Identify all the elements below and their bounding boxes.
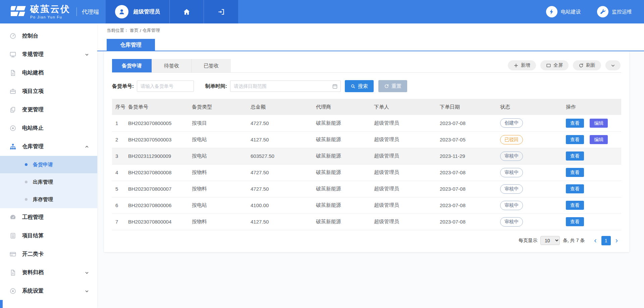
view-button[interactable]: 查看 — [566, 184, 584, 193]
submenu-item-label: 备货申请 — [33, 162, 53, 168]
reset-button[interactable]: 重置 — [378, 80, 407, 92]
page-tab-bar: 仓库管理 — [97, 38, 644, 51]
breadcrumb-separator: / — [140, 28, 141, 33]
cell-order-no: BH2023112900009 — [127, 148, 191, 164]
cell-orderer: 超级管理员 — [373, 115, 438, 131]
add-button[interactable]: 新增 — [508, 60, 536, 70]
breadcrumb-home[interactable]: 首页 — [130, 27, 139, 34]
wrench-icon — [597, 6, 608, 17]
cell-type: 按物料 — [191, 213, 249, 230]
content-area: 备货申请 待签收 已签收 新增 全屏 — [97, 51, 644, 308]
logout-button[interactable] — [204, 0, 238, 23]
cell-type: 按物料 — [191, 164, 249, 181]
view-button[interactable]: 查看 — [566, 151, 584, 161]
sidebar-item-project-settlement[interactable]: 项目结算 — [0, 227, 97, 245]
avatar — [115, 5, 128, 18]
cell-agent: 破茧新能源 — [315, 115, 373, 131]
cell-type: 按物料 — [191, 181, 249, 197]
search-button-label: 搜索 — [358, 83, 368, 89]
status-badge: 审核中 — [500, 217, 523, 227]
per-page-select[interactable]: 10 — [540, 236, 560, 245]
main-area: 当前位置： 首页 / 仓库管理 仓库管理 备货申请 待签收 已签收 — [97, 23, 644, 308]
submenu-item-label: 出库管理 — [33, 179, 53, 185]
cell-agent: 破茧新能源 — [315, 131, 373, 148]
chevron-down-icon — [610, 63, 615, 68]
cell-date: 2023-07-08 — [438, 115, 499, 131]
gauge-icon — [9, 33, 16, 40]
sidebar-item-change-mgmt[interactable]: 变更管理 — [0, 101, 97, 119]
view-button[interactable]: 查看 — [566, 135, 584, 144]
next-page-button[interactable]: › — [612, 237, 621, 244]
home-icon — [183, 8, 191, 16]
view-button[interactable]: 查看 — [566, 217, 584, 226]
edit-button[interactable]: 编辑 — [590, 119, 608, 128]
refresh-button[interactable]: 刷新 — [573, 60, 601, 70]
sidebar-item-station-archive[interactable]: 电站建档 — [0, 64, 97, 82]
cell-order-no: BH2023070800006 — [127, 197, 191, 213]
cell-type: 按电站 — [191, 131, 249, 148]
brand-text: 破茧云伏 Po Jian Yun Fu — [30, 5, 70, 19]
card-icon — [9, 251, 16, 258]
cell-date: 2023-07-08 — [438, 213, 499, 230]
page-number-current[interactable]: 1 — [601, 236, 611, 245]
submenu-item-outbound-mgmt[interactable]: 出库管理 — [0, 173, 97, 191]
search-button[interactable]: 搜索 — [345, 80, 374, 92]
sidebar-item-project-initiation[interactable]: 项目立项 — [0, 82, 97, 101]
orders-table: 序号 备货单号 备货类型 总金额 代理商 下单人 下单日期 状态 操作 — [112, 99, 621, 230]
sidebar-item-dashboard[interactable]: 控制台 — [0, 27, 97, 45]
sidebar-item-general-mgmt[interactable]: 常规管理 — [0, 45, 97, 64]
sidebar-item-engineering-mgmt[interactable]: 工程管理 — [0, 208, 97, 227]
date-range-input[interactable] — [230, 80, 341, 92]
refresh-icon — [579, 63, 584, 68]
sidebar-item-label: 工程管理 — [22, 214, 44, 221]
sidebar-item-system-settings[interactable]: 系统设置 — [0, 282, 97, 300]
fullscreen-button[interactable]: 全屏 — [540, 60, 569, 70]
user-menu[interactable]: 超级管理员 — [106, 0, 170, 23]
sidebar-item-warehouse-mgmt[interactable]: 仓库管理 — [0, 137, 97, 156]
reset-button-label: 重置 — [391, 83, 401, 89]
document-icon — [9, 69, 16, 76]
cell-index: 6 — [112, 197, 127, 213]
collapse-button[interactable] — [605, 60, 621, 70]
col-orderer: 下单人 — [373, 99, 438, 115]
tab-pending-receipt[interactable]: 待签收 — [152, 59, 191, 72]
col-date: 下单日期 — [438, 99, 499, 115]
home-button[interactable] — [170, 0, 204, 23]
view-button[interactable]: 查看 — [566, 201, 584, 210]
sidebar-item-class2-card[interactable]: 开二类卡 — [0, 245, 97, 263]
scrollbar-thumb[interactable] — [0, 300, 3, 308]
sidebar-item-label: 项目立项 — [22, 88, 44, 95]
add-button-label: 新增 — [521, 62, 530, 68]
order-no-input[interactable] — [137, 80, 194, 92]
fullscreen-icon — [546, 63, 551, 68]
cell-order-no: BH2023070800007 — [127, 181, 191, 197]
header-right-nav: 电站建设 监控运维 — [546, 0, 644, 23]
cell-date: 2023-11-29 — [438, 148, 499, 164]
cell-index: 5 — [112, 181, 127, 197]
chevron-down-icon — [85, 52, 89, 57]
table-header-row: 序号 备货单号 备货类型 总金额 代理商 下单人 下单日期 状态 操作 — [112, 99, 621, 115]
tab-received[interactable]: 已签收 — [191, 59, 231, 72]
view-button[interactable]: 查看 — [566, 119, 584, 128]
copy-icon — [9, 106, 16, 113]
sidebar-item-station-termination[interactable]: 电站终止 — [0, 119, 97, 137]
submenu-item-stock-request[interactable]: 备货申请 — [0, 156, 97, 173]
prev-page-button[interactable]: ‹ — [591, 237, 600, 244]
lightning-icon — [546, 6, 557, 17]
submenu-item-inventory-mgmt[interactable]: 库存管理 — [0, 191, 97, 208]
page-tab-warehouse[interactable]: 仓库管理 — [107, 39, 155, 51]
col-status: 状态 — [499, 99, 565, 115]
chevron-up-icon — [85, 144, 89, 149]
cell-orderer: 超级管理员 — [373, 148, 438, 164]
nav-monitor-ops-label: 监控运维 — [612, 9, 632, 15]
nav-monitor-ops[interactable]: 监控运维 — [597, 6, 632, 17]
col-actions: 操作 — [565, 99, 621, 115]
sidebar-item-data-archive[interactable]: 资料归档 — [0, 263, 97, 282]
edit-button[interactable]: 编辑 — [590, 135, 608, 144]
status-badge: 审核中 — [500, 184, 523, 194]
panel-tabs-row: 备货申请 待签收 已签收 新增 全屏 — [112, 59, 621, 73]
nav-station-build[interactable]: 电站建设 — [546, 6, 581, 17]
meter-icon — [9, 214, 16, 221]
view-button[interactable]: 查看 — [566, 168, 584, 177]
tab-stock-request[interactable]: 备货申请 — [112, 59, 152, 72]
